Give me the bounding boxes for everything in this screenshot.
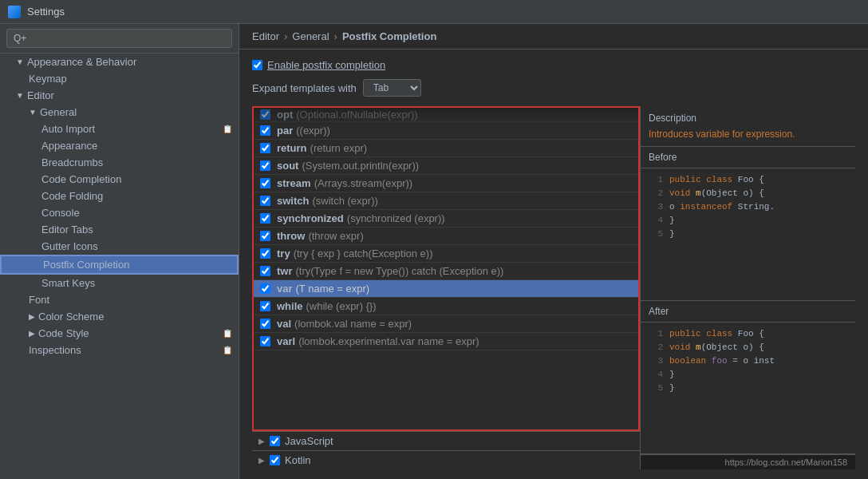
- sidebar-item-breadcrumbs[interactable]: Breadcrumbs: [0, 154, 239, 171]
- template-checkbox[interactable]: [260, 143, 270, 153]
- title-bar: Settings: [0, 0, 868, 24]
- sidebar-item-general[interactable]: ▼ General: [0, 104, 239, 121]
- template-checkbox[interactable]: [260, 266, 270, 276]
- enable-postfix-row: Enable postfix completion: [252, 59, 855, 71]
- template-checkbox[interactable]: [260, 109, 270, 120]
- sidebar-item-label: Font: [29, 294, 49, 306]
- sidebar-item-appearance[interactable]: Appearance: [0, 137, 239, 154]
- sidebar-item-label: Appearance: [41, 140, 97, 152]
- url-bar: https://blog.csdn.net/Marion158: [641, 454, 855, 469]
- template-row-synchronized[interactable]: synchronized (synchronized (expr)): [254, 210, 638, 228]
- template-row-par[interactable]: par ((expr)): [254, 122, 638, 140]
- template-row-var[interactable]: var (T name = expr): [254, 280, 638, 298]
- sidebar-item-label: Editor: [27, 89, 54, 101]
- sidebar-item-postfix-completion[interactable]: Postfix Completion: [0, 255, 239, 275]
- breadcrumb-part-general: General: [292, 30, 329, 42]
- template-checkbox[interactable]: [260, 319, 270, 329]
- arrow-right-icon: ▶: [29, 329, 35, 338]
- before-code-section: Before 12345 public class Foo { void m(O…: [641, 147, 855, 301]
- expand-templates-label: Expand templates with: [252, 82, 357, 94]
- breadcrumb: Editor › General › Postfix Completion: [239, 24, 868, 49]
- template-checkbox[interactable]: [260, 231, 270, 241]
- sidebar-item-label: Smart Keys: [41, 277, 95, 289]
- sidebar-item-label: Breadcrumbs: [41, 156, 103, 168]
- sidebar-item-inspections[interactable]: Inspections 📋: [0, 342, 239, 358]
- description-section: Description Introduces variable for expr…: [641, 106, 855, 147]
- arrow-down-icon: ▼: [16, 57, 24, 66]
- template-row-switch[interactable]: switch (switch (expr)): [254, 192, 638, 210]
- sidebar-item-label: Postfix Completion: [43, 259, 129, 271]
- template-table: opt (Optional.ofNullable(expr)) par ((ex…: [252, 106, 640, 431]
- search-bar: [0, 24, 239, 53]
- template-checkbox[interactable]: [260, 178, 270, 188]
- description-text: Introduces variable for expression.: [649, 129, 847, 140]
- kotlin-section[interactable]: ▶ Kotlin: [252, 450, 640, 469]
- javascript-label: JavaScript: [285, 435, 333, 447]
- settings-content: Enable postfix completion Expand templat…: [239, 49, 868, 479]
- code-lines: public class Foo { void m(Object o) { o …: [669, 173, 847, 241]
- copy-icon: 📋: [223, 125, 232, 133]
- line-numbers: 12345: [649, 327, 663, 395]
- copy-icon: 📋: [223, 329, 232, 338]
- sidebar-item-label: Keymap: [29, 73, 67, 85]
- after-code-block: 12345 public class Foo { void m(Object o…: [641, 323, 855, 400]
- sidebar-item-gutter-icons[interactable]: Gutter Icons: [0, 238, 239, 255]
- template-row-try[interactable]: try (try { exp } catch(Exception e)): [254, 245, 638, 263]
- sidebar-item-label: Inspections: [29, 344, 81, 356]
- template-row-stream[interactable]: stream (Arrays.stream(expr)): [254, 175, 638, 192]
- breadcrumb-part-editor: Editor: [252, 30, 279, 42]
- template-row-while[interactable]: while (while (expr) {}): [254, 298, 638, 315]
- template-checkbox[interactable]: [260, 196, 270, 206]
- line-numbers: 12345: [649, 173, 663, 241]
- template-row-throw[interactable]: throw (throw expr): [254, 228, 638, 245]
- sidebar-item-appearance-behavior[interactable]: ▼ Appearance & Behavior: [0, 53, 239, 70]
- template-checkbox[interactable]: [260, 125, 270, 136]
- template-checkbox[interactable]: [260, 283, 270, 294]
- sidebar-item-label: Code Folding: [41, 190, 103, 202]
- sidebar-item-auto-import[interactable]: Auto Import 📋: [0, 121, 239, 137]
- sidebar-item-code-completion[interactable]: Code Completion: [0, 171, 239, 188]
- sidebar-item-label: Gutter Icons: [41, 240, 98, 252]
- breadcrumb-sep1: ›: [284, 30, 287, 42]
- template-checkbox[interactable]: [260, 301, 270, 311]
- arrow-down-icon: ▼: [29, 108, 37, 117]
- template-row-val[interactable]: val (lombok.val name = expr): [254, 315, 638, 333]
- template-row-sout[interactable]: sout (System.out.println(expr)): [254, 157, 638, 175]
- sidebar-item-smart-keys[interactable]: Smart Keys: [0, 275, 239, 291]
- sidebar-item-code-folding[interactable]: Code Folding: [0, 188, 239, 204]
- search-input[interactable]: [6, 29, 232, 48]
- template-row-twr[interactable]: twr (try(Type f = new Type()) catch (Exc…: [254, 263, 638, 280]
- sidebar-item-label: General: [40, 106, 77, 118]
- sidebar-item-label: Auto Import: [41, 123, 95, 135]
- sidebar-item-console[interactable]: Console: [0, 204, 239, 221]
- app-icon: [8, 6, 21, 18]
- code-lines: public class Foo { void m(Object o) { bo…: [669, 327, 847, 395]
- sidebar-item-keymap[interactable]: Keymap: [0, 70, 239, 87]
- sidebar-item-code-style[interactable]: ▶ Code Style 📋: [0, 325, 239, 342]
- arrow-down-icon: ▼: [16, 91, 24, 100]
- kotlin-checkbox[interactable]: [270, 455, 280, 465]
- arrow-right-icon: ▶: [29, 312, 35, 321]
- sidebar-item-font[interactable]: Font: [0, 291, 239, 308]
- sidebar-item-color-scheme[interactable]: ▶ Color Scheme: [0, 308, 239, 325]
- javascript-checkbox[interactable]: [270, 436, 280, 446]
- description-panel: Description Introduces variable for expr…: [640, 106, 855, 469]
- sidebar-item-label: Color Scheme: [38, 311, 104, 323]
- template-checkbox[interactable]: [260, 336, 270, 346]
- javascript-section[interactable]: ▶ JavaScript: [252, 431, 640, 450]
- sidebar-item-editor-tabs[interactable]: Editor Tabs: [0, 221, 239, 238]
- sidebar-item-editor[interactable]: ▼ Editor: [0, 87, 239, 104]
- template-checkbox[interactable]: [260, 160, 270, 171]
- expand-templates-select[interactable]: Tab Enter Space: [363, 79, 421, 97]
- template-row-partial[interactable]: opt (Optional.ofNullable(expr)): [254, 108, 638, 122]
- template-row-varl[interactable]: varl (lombok.experimental.var name = exp…: [254, 333, 638, 350]
- before-code-block: 12345 public class Foo { void m(Object o…: [641, 168, 855, 246]
- template-checkbox[interactable]: [260, 248, 270, 259]
- template-checkbox[interactable]: [260, 213, 270, 224]
- title-text: Settings: [27, 6, 65, 18]
- breadcrumb-sep2: ›: [334, 30, 337, 42]
- url-text: https://blog.csdn.net/Marion158: [725, 457, 847, 467]
- enable-postfix-checkbox[interactable]: [252, 60, 262, 70]
- sidebar-item-label: Code Completion: [41, 173, 121, 185]
- template-row-return[interactable]: return (return expr): [254, 140, 638, 157]
